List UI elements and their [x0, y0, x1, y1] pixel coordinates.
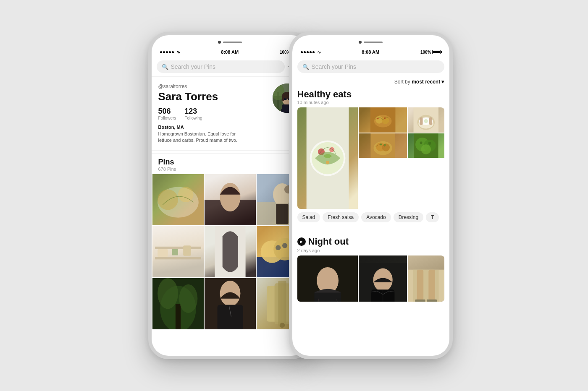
svg-point-72 — [424, 119, 428, 123]
svg-rect-13 — [282, 95, 284, 101]
search-icon: 🔍 — [162, 64, 168, 70]
svg-point-59 — [384, 117, 386, 119]
svg-point-15 — [158, 190, 178, 210]
svg-rect-26 — [172, 249, 178, 255]
night-cell-3[interactable] — [408, 255, 444, 302]
username: @saraltorres — [158, 83, 242, 89]
search-placeholder-right: Search your Pins — [312, 63, 357, 70]
search-icon-right: 🔍 — [302, 64, 309, 70]
svg-rect-46 — [278, 281, 286, 327]
display-name: Sara Torres — [158, 91, 242, 103]
sort-text: Sort by most recent ▾ — [394, 79, 444, 85]
search-bar-right[interactable]: 🔍 Search your Pins — [297, 60, 444, 73]
svg-point-78 — [428, 141, 431, 144]
svg-point-77 — [420, 141, 423, 144]
svg-rect-88 — [417, 270, 424, 301]
board-title-2[interactable]: Night out — [308, 236, 349, 247]
board-night-out: ▶ Night out 2 days ago — [292, 234, 449, 304]
svg-rect-42 — [217, 305, 243, 330]
svg-point-34 — [282, 243, 287, 248]
tag-avocado[interactable]: Avocado — [361, 212, 391, 222]
board-cell-tacos[interactable] — [359, 107, 407, 133]
pin-item[interactable] — [152, 226, 204, 277]
tag-more[interactable]: T — [426, 212, 439, 222]
svg-point-39 — [179, 284, 197, 313]
bio: Homegrown Bostonian. Equal love for lett… — [158, 131, 242, 144]
board-time-1: 10 minutes ago — [297, 100, 444, 105]
board-cell-green[interactable] — [408, 133, 444, 158]
board-image-grid-1[interactable] — [297, 107, 444, 209]
following-label: Following — [184, 116, 202, 120]
board-cell-hands[interactable] — [408, 107, 444, 133]
pins-count: 678 Pins — [158, 167, 302, 172]
svg-rect-27 — [183, 246, 191, 256]
board-time-2: 2 days ago — [297, 248, 444, 253]
secret-board-icon: ▶ — [297, 237, 306, 246]
svg-point-64 — [380, 143, 382, 145]
search-container: 🔍 Search your Pins + ⚙ — [152, 57, 309, 77]
battery-icon-right — [432, 50, 441, 54]
battery-percent-right: 100% — [420, 50, 431, 55]
pin-item[interactable] — [205, 174, 256, 225]
search-placeholder: Search your Pins — [171, 63, 216, 70]
pin-item[interactable] — [152, 174, 204, 225]
front-camera-right — [359, 41, 362, 44]
svg-point-47 — [279, 323, 284, 328]
tag-fresh-salsa[interactable]: Fresh salsa — [323, 212, 359, 222]
search-bar[interactable]: 🔍 Search your Pins — [157, 60, 285, 73]
svg-point-76 — [421, 144, 431, 154]
board-cell-tacos2[interactable] — [359, 133, 407, 158]
tag-salad[interactable]: Salad — [297, 212, 320, 222]
pin-item[interactable] — [152, 278, 204, 329]
svg-rect-25 — [158, 249, 168, 257]
svg-rect-71 — [429, 117, 432, 125]
front-camera — [218, 41, 221, 44]
pin-item[interactable] — [205, 278, 256, 329]
status-time-right: 8:08 AM — [362, 50, 379, 55]
svg-point-53 — [326, 161, 329, 164]
svg-rect-92 — [427, 300, 437, 302]
followers-count: 506 — [158, 107, 176, 116]
svg-rect-89 — [428, 270, 435, 301]
svg-rect-70 — [420, 117, 423, 125]
pins-title: Pins — [158, 158, 302, 167]
speaker — [223, 42, 242, 43]
svg-rect-37 — [175, 304, 180, 329]
status-bar: ∿ 8:08 AM 100% — [152, 47, 309, 57]
board-title-1[interactable]: Healthy eats — [297, 89, 444, 100]
profile-section: @saraltorres Sara Torres 506 Followers 1… — [152, 77, 309, 148]
board-cell-salad[interactable] — [297, 107, 358, 209]
sort-row: Sort by most recent ▾ — [292, 76, 449, 86]
status-bar-right: ∿ 8:08 AM 100% — [292, 47, 449, 57]
svg-rect-24 — [155, 257, 201, 260]
svg-point-33 — [276, 245, 281, 250]
board-healthy-eats: Healthy eats 10 minutes ago — [292, 86, 449, 228]
night-cell-1[interactable] — [297, 255, 358, 302]
svg-point-58 — [377, 118, 379, 120]
sort-value[interactable]: most recent ▾ — [412, 79, 444, 85]
board-image-grid-2[interactable] — [297, 255, 444, 302]
tags-row: Salad Fresh salsa Avocado Dressing T — [297, 212, 444, 222]
svg-rect-21 — [276, 204, 288, 224]
svg-point-16 — [178, 187, 194, 203]
svg-point-65 — [384, 144, 386, 146]
location: Boston, MA — [158, 125, 242, 130]
following-count: 123 — [184, 107, 202, 116]
night-cell-2[interactable] — [359, 255, 407, 302]
tag-dressing[interactable]: Dressing — [394, 212, 423, 222]
svg-point-38 — [158, 278, 178, 309]
status-time: 8:08 AM — [221, 50, 239, 55]
pins-grid — [152, 174, 309, 329]
search-container-right: 🔍 Search your Pins — [292, 57, 449, 76]
svg-point-63 — [382, 143, 390, 151]
speaker-right — [364, 42, 383, 43]
pin-item[interactable] — [205, 226, 256, 277]
pins-header: Pins 678 Pins — [152, 153, 309, 174]
svg-rect-90 — [415, 300, 425, 302]
followers-label: Followers — [158, 116, 176, 120]
svg-rect-23 — [155, 247, 201, 249]
